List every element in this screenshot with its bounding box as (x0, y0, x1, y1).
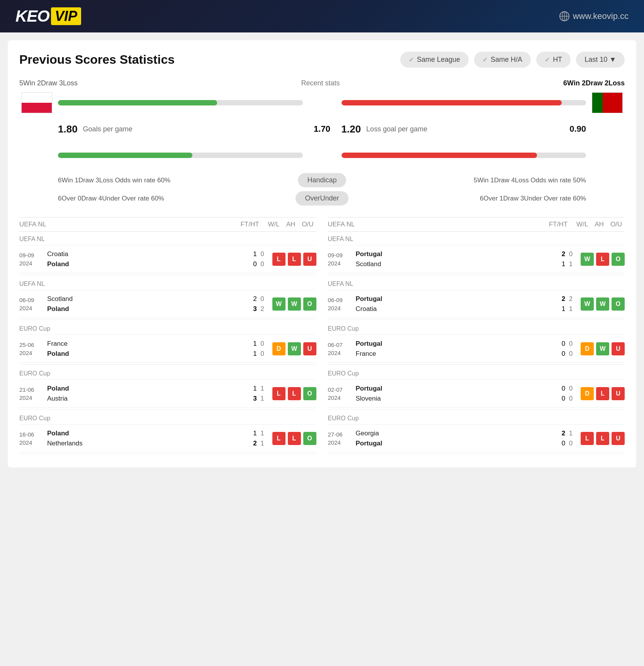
globe-icon (559, 11, 570, 22)
overunder-tag: OverUnder (296, 191, 348, 206)
right-match-5-date: 27-062024 (328, 430, 356, 447)
left-match-3-date: 25-062024 (19, 341, 47, 357)
last10-button[interactable]: Last 10 ▼ (576, 52, 625, 68)
right-match-5-badges: L L U (581, 432, 625, 445)
left-match-1-ou-badge: U (303, 253, 316, 266)
right-section-2: UEFA NL 06-092024 Portugal Croatia 2 2 1… (328, 277, 625, 320)
header: KEO VIP www.keovip.cc (0, 0, 644, 32)
right-match-4-date: 02-072024 (328, 386, 356, 402)
left-section-2-label: UEFA NL (19, 277, 316, 290)
logo-vip: VIP (51, 7, 81, 25)
same-league-button[interactable]: ✓ Same League (400, 52, 469, 68)
left-match-2-ou-badge: O (303, 297, 316, 311)
right-match-4-team2: Slovenia (356, 394, 554, 404)
right-section-2-label: UEFA NL (328, 277, 625, 290)
right-match-1-badges: W L O (581, 253, 625, 266)
left-match-1-date: 09-092024 (19, 251, 47, 267)
right-match-1-ah-badge: L (596, 253, 609, 266)
left-match-5-date: 16-062024 (19, 430, 47, 447)
left-match-4-ou-badge: O (303, 387, 316, 400)
right-match-2-team2: Croatia (356, 304, 554, 314)
right-match-5-scores: 2 1 0 0 (554, 428, 581, 448)
same-ha-button[interactable]: ✓ Same H/A (474, 52, 531, 68)
website: www.keovip.cc (559, 11, 629, 22)
left-section-3-label: EURO Cup (19, 321, 316, 335)
website-text: www.keovip.cc (573, 11, 629, 21)
right-section-5: EURO Cup 27-062024 Georgia Portugal 2 1 … (328, 411, 625, 454)
right-table-header: UEFA NL FT/HT W/L AH O/U (328, 217, 625, 232)
right-record: 6Win 2Draw 2Loss (563, 79, 625, 87)
left-match-2-team2: Poland (47, 304, 245, 314)
right-match-2: 06-092024 Portugal Croatia 2 2 1 1 W W (328, 290, 625, 318)
center-label: Recent stats (301, 79, 340, 87)
left-section-5-label: EURO Cup (19, 411, 316, 425)
right-match-1-ou-badge: O (612, 253, 625, 266)
ht-button[interactable]: ✓ HT (536, 52, 571, 68)
same-league-check-icon: ✓ (409, 56, 414, 63)
right-goals-right: 0.90 (569, 124, 586, 134)
right-match-5-wl-badge: L (581, 432, 594, 445)
right-match-4-wl-badge: D (581, 387, 594, 400)
right-match-5: 27-062024 Georgia Portugal 2 1 0 0 L L (328, 425, 625, 452)
left-match-3-teams: France Poland (47, 339, 245, 358)
left-match-5: 16-062024 Poland Netherlands 1 1 2 1 L L (19, 425, 316, 452)
left-match-3-badges: D W U (272, 342, 316, 355)
left-match-4-wl-badge: L (272, 387, 285, 400)
left-match-1-wl-badge: L (272, 253, 285, 266)
left-match-5-teams: Poland Netherlands (47, 428, 245, 448)
right-match-3-ah-badge: W (596, 342, 609, 355)
left-match-4-ah-badge: L (288, 387, 301, 400)
right-match-1: 09-092024 Portugal Scotland 2 0 1 1 W L (328, 245, 625, 273)
left-match-4-teams: Poland Austria (47, 384, 245, 403)
left-match-2-badges: W W O (272, 297, 316, 311)
right-section-4-label: EURO Cup (328, 366, 625, 380)
right-match-4-badges: D L U (581, 387, 625, 400)
right-match-2-badges: W W O (581, 297, 625, 311)
left-match-5-ou-badge: O (303, 432, 316, 445)
right-match-4-teams: Portugal Slovenia (356, 384, 554, 403)
right-match-4: 02-072024 Portugal Slovenia 0 0 0 0 D L (328, 380, 625, 408)
right-goals-left: 1.20 (342, 123, 361, 135)
right-match-4-team1: Portugal (356, 384, 554, 394)
right-match-1-scores: 2 0 1 1 (554, 249, 581, 269)
left-match-3-wl-badge: D (272, 342, 285, 355)
main-content: Previous Scores Statistics ✓ Same League… (8, 40, 636, 467)
right-match-2-team1: Portugal (356, 294, 554, 304)
left-match-5-wl-badge: L (272, 432, 285, 445)
left-match-3-scores: 1 0 1 0 (245, 339, 272, 358)
left-match-4-team1: Poland (47, 384, 245, 394)
right-match-3-teams: Portugal France (356, 339, 554, 358)
left-section-5: EURO Cup 16-062024 Poland Netherlands 1 … (19, 411, 316, 454)
left-section-1: UEFA NL 09-092024 Croatia Poland 1 0 0 0 (19, 232, 316, 275)
left-match-1-team2: Poland (47, 259, 245, 269)
left-match-1-ah-badge: L (288, 253, 301, 266)
stats-header: 5Win 2Draw 3Loss Recent stats 6Win 2Draw… (19, 79, 625, 87)
left-match-4-date: 21-062024 (19, 386, 47, 402)
left-match-3-team2: Poland (47, 349, 245, 359)
ht-label: HT (553, 56, 562, 64)
right-match-5-ou-badge: U (612, 432, 625, 445)
right-section-5-label: EURO Cup (328, 411, 625, 425)
right-match-2-scores: 2 2 1 1 (554, 294, 581, 314)
left-match-2-date: 06-092024 (19, 296, 47, 312)
right-th-fhht: FT/HT (543, 221, 574, 228)
right-match-5-team1: Georgia (356, 428, 554, 438)
right-th-ah: AH (591, 221, 608, 228)
center-goals: 1.70 (314, 124, 330, 134)
left-match-3-ah-badge: W (288, 342, 301, 355)
loss-goal-label: Loss goal per game (366, 125, 427, 133)
goals-label: Goals per game (83, 125, 133, 133)
left-match-5-ah-badge: L (288, 432, 301, 445)
left-match-4-team2: Austria (47, 394, 245, 404)
right-section-1-label: UEFA NL (328, 232, 625, 245)
right-match-1-teams: Portugal Scotland (356, 249, 554, 269)
left-th-ou: O/U (299, 221, 316, 228)
left-match-1-scores: 1 0 0 0 (245, 249, 272, 269)
right-match-3-wl-badge: D (581, 342, 594, 355)
right-match-3-badges: D W U (581, 342, 625, 355)
left-match-2-ah-badge: W (288, 297, 301, 311)
right-match-3-ou-badge: U (612, 342, 625, 355)
right-match-2-wl-badge: W (581, 297, 594, 311)
right-section-1: UEFA NL 09-092024 Portugal Scotland 2 0 … (328, 232, 625, 275)
right-match-4-scores: 0 0 0 0 (554, 384, 581, 403)
